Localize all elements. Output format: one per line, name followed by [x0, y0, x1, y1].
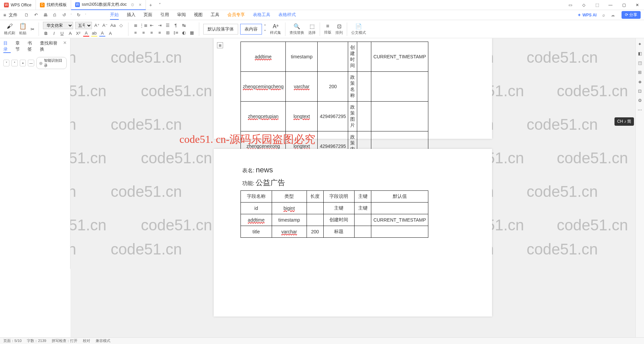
- tab-icon[interactable]: ↹: [181, 22, 187, 28]
- sb-down-icon[interactable]: ˅: [3, 60, 9, 66]
- bold-icon[interactable]: B: [43, 31, 49, 37]
- rs-more-icon[interactable]: ⋯: [637, 107, 643, 113]
- print-icon[interactable]: 🖶: [42, 12, 48, 18]
- font-family-select[interactable]: 华文仿宋: [43, 22, 73, 29]
- line-spacing-icon[interactable]: ‡≡: [173, 30, 179, 36]
- sidebar-tab-toc[interactable]: 目录: [3, 40, 11, 53]
- add-tab-button[interactable]: +: [146, 2, 155, 8]
- style-up-icon[interactable]: ˄: [264, 24, 266, 29]
- strikethrough-icon[interactable]: A̵: [67, 31, 73, 37]
- style-down-icon[interactable]: ˅: [264, 30, 266, 34]
- document-area[interactable]: code51.cn code51.cn code51.cn code51.cn …: [70, 38, 635, 337]
- tab-table-tools[interactable]: 表格工具: [253, 10, 270, 20]
- distribute-icon[interactable]: ⊞: [165, 30, 171, 36]
- align-right-icon[interactable]: ≡: [149, 30, 155, 36]
- win-btn-3[interactable]: ⬚: [590, 0, 604, 10]
- select-group[interactable]: ⬚ 选择: [308, 23, 316, 35]
- tab-review[interactable]: 审阅: [177, 10, 186, 20]
- align-center-icon[interactable]: ≡: [141, 30, 147, 36]
- hamburger-icon[interactable]: ≡: [3, 12, 6, 18]
- align-left-icon[interactable]: ≡: [132, 30, 139, 36]
- tab-table-style[interactable]: 表格样式: [278, 10, 296, 20]
- change-case-icon[interactable]: Aa: [110, 22, 116, 28]
- sidebar-tab-bookmark[interactable]: 书签: [28, 40, 35, 53]
- wps-ai-button[interactable]: ✦ WPS AI: [578, 13, 596, 17]
- table-indicator-icon[interactable]: ⊞: [217, 42, 223, 48]
- superscript-icon[interactable]: X²: [75, 31, 81, 37]
- minimize-button[interactable]: —: [604, 0, 617, 10]
- rs-style-icon[interactable]: ◧: [637, 50, 643, 56]
- data-table-2[interactable]: 字段名称类型长度字段说明主键默认值 idbigint主键主键 addtimeti…: [240, 190, 428, 238]
- close-button[interactable]: ✕: [631, 0, 644, 10]
- rs-tools-icon[interactable]: ⊡: [637, 88, 643, 94]
- win-btn-2[interactable]: ◇: [577, 0, 590, 10]
- document-tab[interactable]: W ssm2i051数据库文档.doc ⊙ ×: [71, 0, 146, 10]
- tab-start[interactable]: 开始: [110, 10, 119, 20]
- status-proof[interactable]: 校对: [83, 338, 90, 343]
- sb-add-icon[interactable]: +: [20, 60, 26, 66]
- rs-ai-icon[interactable]: ✦: [637, 41, 643, 47]
- tab-reference[interactable]: 引用: [160, 10, 169, 20]
- arrange-group[interactable]: ⊡ 排列: [335, 23, 343, 35]
- tab-member[interactable]: 会员专享: [227, 10, 245, 20]
- app-tab-wps[interactable]: W WPS Office: [0, 0, 36, 10]
- sidebar-tab-find[interactable]: 查找和替换: [40, 40, 58, 53]
- win-btn-1[interactable]: ▭: [564, 0, 577, 10]
- app-tab-template[interactable]: D 找稻壳模板: [36, 0, 71, 10]
- sidebar-close-icon[interactable]: ✕: [63, 40, 67, 53]
- sidebar-tab-chapter[interactable]: 章节: [15, 40, 23, 53]
- share-button[interactable]: ⟳ 分享: [622, 11, 641, 19]
- save-icon[interactable]: ↶: [33, 12, 39, 18]
- tab-view[interactable]: 视图: [194, 10, 203, 20]
- decrease-indent-icon[interactable]: ⇤: [149, 22, 155, 28]
- sb-remove-icon[interactable]: —: [28, 60, 34, 66]
- find-replace-group[interactable]: 🔍 查找替换: [289, 23, 304, 35]
- rs-select-icon[interactable]: ◫: [637, 60, 643, 66]
- page-bottom[interactable]: 表名: news 功能: 公益广告 字段名称类型长度字段说明主键默认值 idbi…: [214, 149, 492, 317]
- styleset-group[interactable]: Aᵃ 样式集: [270, 23, 281, 35]
- tab-dropdown[interactable]: ˅: [155, 2, 164, 8]
- search-icon[interactable]: ⌕: [601, 12, 607, 18]
- increase-indent-icon[interactable]: ⇥: [157, 22, 163, 28]
- increase-font-icon[interactable]: A⁺: [94, 22, 100, 28]
- char-border-icon[interactable]: A: [107, 31, 113, 37]
- decrease-font-icon[interactable]: A⁻: [102, 22, 108, 28]
- sort-icon[interactable]: ☰: [165, 22, 171, 28]
- new-icon[interactable]: 🗋: [23, 12, 30, 18]
- maximize-button[interactable]: ▢: [617, 0, 631, 10]
- official-mode-group[interactable]: 📄 公文模式: [351, 23, 366, 35]
- print-preview-icon[interactable]: ⎙: [52, 12, 58, 18]
- justify-icon[interactable]: ≡: [157, 30, 163, 36]
- clear-format-icon[interactable]: ◇: [118, 22, 124, 28]
- style-content[interactable]: 表内容: [240, 24, 262, 35]
- layout-group[interactable]: ≡ 排版: [324, 23, 331, 35]
- rs-find-icon[interactable]: ⊞: [637, 69, 643, 75]
- status-page[interactable]: 页面：5/10: [3, 338, 21, 343]
- cut-icon[interactable]: ✂: [31, 26, 35, 32]
- rs-nav-icon[interactable]: ◈: [637, 78, 643, 84]
- bg-color-icon[interactable]: A: [99, 31, 105, 37]
- redo-icon[interactable]: ↻: [75, 12, 82, 18]
- highlight-icon[interactable]: ab: [91, 31, 97, 37]
- format-brush-icon[interactable]: 🖌: [7, 23, 13, 30]
- close-tab-icon[interactable]: ×: [139, 2, 142, 7]
- font-size-select[interactable]: 五号: [75, 22, 92, 29]
- tab-page[interactable]: 页面: [144, 10, 152, 20]
- show-marks-icon[interactable]: ¶: [173, 22, 179, 28]
- smart-outline-button[interactable]: ◎ 智能识别目录: [36, 57, 67, 69]
- shading-icon[interactable]: ◐: [181, 30, 187, 36]
- bullet-list-icon[interactable]: ≣: [132, 22, 139, 28]
- italic-icon[interactable]: I: [51, 31, 57, 37]
- rs-settings-icon[interactable]: ⚙: [637, 97, 643, 103]
- tab-insert[interactable]: 插入: [127, 10, 136, 20]
- tab-tools[interactable]: 工具: [211, 10, 219, 20]
- number-list-icon[interactable]: ⋮≣: [141, 22, 147, 28]
- paste-icon[interactable]: 📋: [19, 22, 26, 30]
- status-spellcheck[interactable]: 拼写检查：打开: [52, 338, 77, 343]
- border-icon[interactable]: ▦: [189, 30, 195, 36]
- font-color-icon[interactable]: A: [83, 31, 89, 37]
- page-top[interactable]: ⊞ addtimetimestamp创建时间CURRENT_TIMESTAMP …: [214, 38, 492, 139]
- undo-icon[interactable]: ↺: [61, 12, 67, 18]
- status-wordcount[interactable]: 字数：2139: [27, 338, 46, 343]
- status-compat[interactable]: 兼容模式: [96, 338, 110, 343]
